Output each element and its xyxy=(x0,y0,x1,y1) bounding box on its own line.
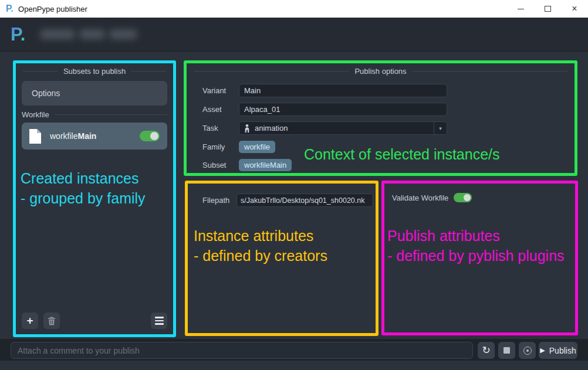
plus-icon: + xyxy=(26,315,33,326)
publish-options-title: Publish options xyxy=(194,67,567,76)
family-label: Family xyxy=(202,142,239,151)
annotation-line: Created instances xyxy=(21,168,146,188)
titlebar: P. OpenPype publisher × xyxy=(0,0,588,18)
filepath-input[interactable] xyxy=(236,194,373,207)
trash-icon xyxy=(48,317,56,325)
publish-footer: ↻ ▶ Publish xyxy=(0,339,588,361)
minimize-icon xyxy=(518,9,524,9)
openpype-publisher-window: P. OpenPype publisher × P. Subsets to pu… xyxy=(0,0,588,370)
annotation-line: Instance attributes xyxy=(194,226,327,246)
validate-workfile-row: Validate Workfile xyxy=(392,193,575,202)
annotation-publish-attributes: Publish attributes - defined by pyblish … xyxy=(387,226,565,266)
stop-button[interactable] xyxy=(498,342,515,359)
comment-input[interactable] xyxy=(11,342,473,359)
task-label: Task xyxy=(202,124,239,133)
app-header: P. xyxy=(0,18,588,52)
annotation-context: Context of selected instance/s xyxy=(304,144,500,164)
variant-row: Variant xyxy=(202,84,575,97)
options-button-label: Options xyxy=(32,89,60,98)
asset-label: Asset xyxy=(202,105,239,114)
close-button[interactable]: × xyxy=(561,0,588,18)
subsets-panel-title: Subsets to publish xyxy=(23,67,166,76)
annotation-instance-attributes: Instance attributes - defined by creator… xyxy=(194,226,327,266)
annotation-created-instances: Created instances - grouped by family xyxy=(21,168,146,208)
validate-target-icon xyxy=(523,347,532,355)
task-dropdown[interactable]: animation ▾ xyxy=(239,121,447,135)
annotation-line: - defined by pyblish plugins xyxy=(387,246,565,266)
publish-options-title-text: Publish options xyxy=(354,67,406,76)
instance-attributes-panel: Filepath Instance attributes - defined b… xyxy=(185,181,379,336)
view-mode-button[interactable] xyxy=(151,313,167,329)
minimize-button[interactable] xyxy=(507,0,534,18)
document-icon xyxy=(29,129,41,144)
asset-input[interactable] xyxy=(239,103,447,116)
publish-options-panel: Publish options Variant Asset Task anima… xyxy=(184,60,577,176)
variant-label: Variant xyxy=(202,86,239,95)
subset-label: Subset xyxy=(202,161,239,169)
instance-label: workfileMain xyxy=(50,131,96,141)
validate-workfile-toggle[interactable] xyxy=(454,193,472,202)
family-badge: workfile xyxy=(239,141,275,153)
subsets-panel: Subsets to publish Options Workfile work… xyxy=(13,60,176,337)
annotation-line: - grouped by family xyxy=(21,188,146,208)
subset-toolbar: + xyxy=(22,313,167,329)
annotation-line: - defined by creators xyxy=(194,246,327,266)
hamburger-icon xyxy=(155,317,164,325)
options-button[interactable]: Options xyxy=(22,81,167,106)
task-value: animation xyxy=(255,124,288,133)
openpype-logo: P. xyxy=(11,24,25,45)
chevron-down-icon[interactable]: ▾ xyxy=(434,122,447,134)
validate-workfile-label: Validate Workfile xyxy=(392,194,448,202)
delete-instance-button[interactable] xyxy=(43,313,60,329)
stop-icon xyxy=(503,347,510,354)
window-title: OpenPype publisher xyxy=(18,5,87,13)
publish-attributes-panel: Validate Workfile Publish attributes - d… xyxy=(381,181,578,335)
person-icon xyxy=(244,124,250,133)
task-row: Task animation ▾ xyxy=(202,121,575,135)
instance-row-workfile-main[interactable]: workfileMain xyxy=(22,123,167,150)
validate-button[interactable] xyxy=(519,342,536,359)
publish-button-label: Publish xyxy=(549,346,576,355)
maximize-icon xyxy=(545,6,551,12)
instance-enabled-toggle[interactable] xyxy=(140,131,160,141)
annotation-line: Publish attributes xyxy=(387,226,565,246)
filepath-row: Filepath xyxy=(202,194,376,207)
reset-button[interactable]: ↻ xyxy=(478,342,495,359)
play-icon: ▶ xyxy=(540,347,545,354)
redacted-context-text xyxy=(40,29,137,39)
filepath-label: Filepath xyxy=(202,196,236,205)
variant-input[interactable] xyxy=(239,84,447,97)
add-instance-button[interactable]: + xyxy=(22,313,38,329)
openpype-app-icon: P. xyxy=(6,4,13,14)
close-icon: × xyxy=(572,4,577,13)
instance-family-text: workfile xyxy=(50,131,77,141)
publish-button[interactable]: ▶ Publish xyxy=(539,342,577,359)
refresh-icon: ↻ xyxy=(482,345,490,355)
family-group-workfile: Workfile xyxy=(22,110,167,119)
subsets-panel-title-text: Subsets to publish xyxy=(63,67,126,76)
maximize-button[interactable] xyxy=(534,0,561,18)
asset-row: Asset xyxy=(202,103,575,116)
family-group-label: Workfile xyxy=(22,110,49,119)
annotation-line: Context of selected instance/s xyxy=(304,144,500,164)
subset-badge: workfileMain xyxy=(239,159,292,171)
instance-variant-text: Main xyxy=(77,131,96,141)
window-controls: × xyxy=(507,0,588,18)
